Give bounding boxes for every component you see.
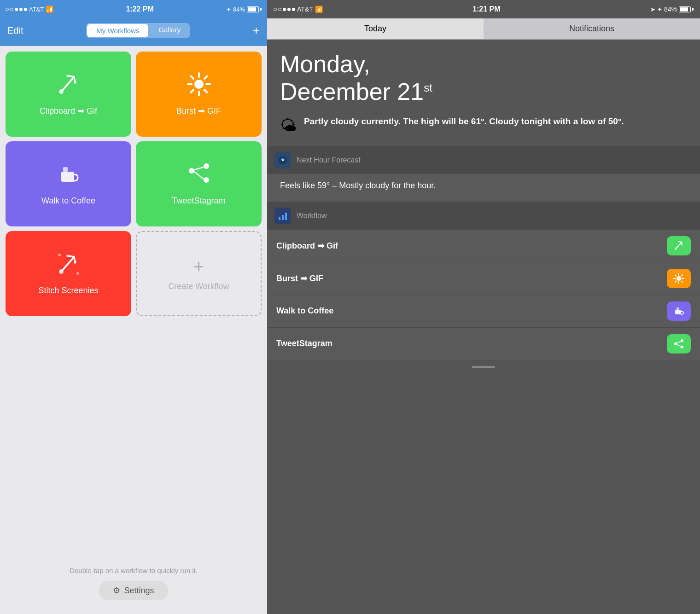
battery-pct-left: 84% <box>233 6 245 13</box>
svg-point-19 <box>204 177 209 183</box>
left-status-right: AT&T 📶 <box>274 6 323 13</box>
today-content: Monday, December 21st 🌤 Partly cloudy cu… <box>267 40 700 614</box>
svg-point-4 <box>66 75 69 77</box>
gallery-tab[interactable]: Gallery <box>149 23 190 38</box>
svg-line-44 <box>681 281 682 282</box>
create-workflow-label: Create Workflow <box>164 282 233 291</box>
battery-tip-left <box>260 8 262 11</box>
burst-gif-tile[interactable]: Burst ➡ GIF <box>136 52 262 137</box>
svg-point-27 <box>74 261 76 264</box>
date-line1-text: Monday, <box>280 51 370 77</box>
rdot3 <box>283 8 286 11</box>
workflow-grid: Clipboard ➡ Gif Burst ➡ GIF <box>0 46 267 322</box>
rdot2 <box>278 8 281 11</box>
workflow-item-0-name: Clipboard ➡ Gif <box>276 241 338 251</box>
settings-button[interactable]: ⚙ Settings <box>99 581 168 600</box>
battery-left <box>247 6 262 12</box>
svg-line-12 <box>204 90 207 93</box>
forecast-body: Feels like 59° – Mostly cloudy for the h… <box>267 174 700 201</box>
burst-gif-label: Burst ➡ GIF <box>173 106 225 116</box>
my-workflows-tab[interactable]: My Workflows <box>87 24 148 37</box>
create-workflow-icon: + <box>193 256 204 277</box>
burst-gif-icon <box>187 72 211 101</box>
bt-icon-right: ✦ <box>657 6 662 13</box>
workflow-item-2: Walk to Coffee <box>267 295 700 328</box>
notifications-tab[interactable]: Notifications <box>484 18 700 39</box>
scroll-handle <box>472 366 495 368</box>
walk-to-coffee-tile[interactable]: Walk to Coffee <box>6 141 131 226</box>
clipboard-gif-run-btn[interactable] <box>667 236 691 255</box>
workflow-item-1-name: Burst ➡ GIF <box>276 273 323 284</box>
svg-line-20 <box>194 167 204 170</box>
settings-label: Settings <box>124 586 154 596</box>
date-line2-text: December 21 <box>280 78 424 105</box>
time-left: 1:22 PM <box>126 5 153 13</box>
weather-description: Partly cloudy currently. The high will b… <box>304 115 624 128</box>
svg-line-43 <box>675 275 677 276</box>
svg-rect-48 <box>677 307 679 310</box>
svg-point-49 <box>674 342 677 345</box>
svg-point-31 <box>282 159 284 161</box>
carrier-left: AT&T <box>29 6 44 13</box>
forecast-text: Feels like 59° – Mostly cloudy for the h… <box>280 180 687 192</box>
stitch-screenies-tile[interactable]: Stitch Screenies <box>6 231 131 316</box>
workflow-item-0: Clipboard ➡ Gif <box>267 230 700 262</box>
left-status-left: AT&T 📶 <box>6 6 53 13</box>
svg-line-37 <box>682 242 682 245</box>
svg-point-25 <box>59 269 64 274</box>
workflow-widget-title: Workflow <box>297 212 327 220</box>
svg-point-17 <box>189 168 194 174</box>
svg-point-50 <box>681 339 683 342</box>
clipboard-gif-icon <box>57 72 81 101</box>
svg-rect-33 <box>282 215 284 220</box>
right-panel: AT&T 📶 1:21 PM ➤ ✦ 84% Today Notificatio… <box>267 0 700 614</box>
tweetstagram-label: TweetStagram <box>168 196 229 206</box>
svg-line-14 <box>191 90 193 93</box>
battery-body-right <box>679 6 691 12</box>
burst-gif-run-btn[interactable] <box>667 269 691 288</box>
svg-rect-34 <box>285 213 287 220</box>
svg-point-5 <box>74 81 76 84</box>
battery-body-left <box>247 6 259 12</box>
svg-line-23 <box>69 256 74 257</box>
dot1 <box>6 8 9 11</box>
workflow-item-3-name: TweetStagram <box>276 339 332 348</box>
signal-dots <box>6 8 27 11</box>
add-workflow-button[interactable]: + <box>253 23 260 38</box>
date-line1: Monday, December 21st <box>280 51 687 106</box>
tweetstagram-icon <box>187 162 211 191</box>
svg-point-26 <box>66 255 69 257</box>
svg-point-18 <box>204 163 209 169</box>
svg-point-28 <box>58 254 61 256</box>
svg-line-36 <box>678 242 682 242</box>
weather-icon: 🌤 <box>280 116 297 135</box>
svg-line-45 <box>681 275 682 276</box>
svg-rect-16 <box>63 167 68 172</box>
svg-line-52 <box>677 341 681 343</box>
rdot4 <box>287 8 291 11</box>
clipboard-gif-tile[interactable]: Clipboard ➡ Gif <box>6 52 131 137</box>
clipboard-gif-label: Clipboard ➡ Gif <box>36 106 101 116</box>
walk-coffee-run-btn[interactable] <box>667 301 691 321</box>
tweetstagram-run-btn[interactable] <box>667 334 691 353</box>
svg-line-11 <box>191 76 193 79</box>
wifi-icon-left: 📶 <box>46 6 53 13</box>
svg-rect-32 <box>279 217 280 220</box>
create-workflow-tile[interactable]: + Create Workflow <box>136 231 262 316</box>
time-right: 1:21 PM <box>472 5 500 13</box>
battery-tip-right <box>692 8 694 11</box>
dot4 <box>19 8 23 11</box>
workflow-widget-icon <box>274 208 291 224</box>
rdot5 <box>292 8 295 11</box>
walk-to-coffee-label: Walk to Coffee <box>38 196 99 206</box>
forecast-icon <box>274 152 291 168</box>
svg-line-1 <box>69 76 74 77</box>
tweetstagram-tile[interactable]: TweetStagram <box>136 141 262 226</box>
edit-button[interactable]: Edit <box>7 25 23 36</box>
svg-point-38 <box>677 276 681 281</box>
workflow-item-3: TweetStagram <box>267 328 700 360</box>
workflow-widget: Workflow Clipboard ➡ Gif Burst ➡ GIF <box>267 202 700 360</box>
dot5 <box>24 8 27 11</box>
right-status-left: ✦ 84% <box>226 6 262 13</box>
today-tab[interactable]: Today <box>267 18 484 39</box>
